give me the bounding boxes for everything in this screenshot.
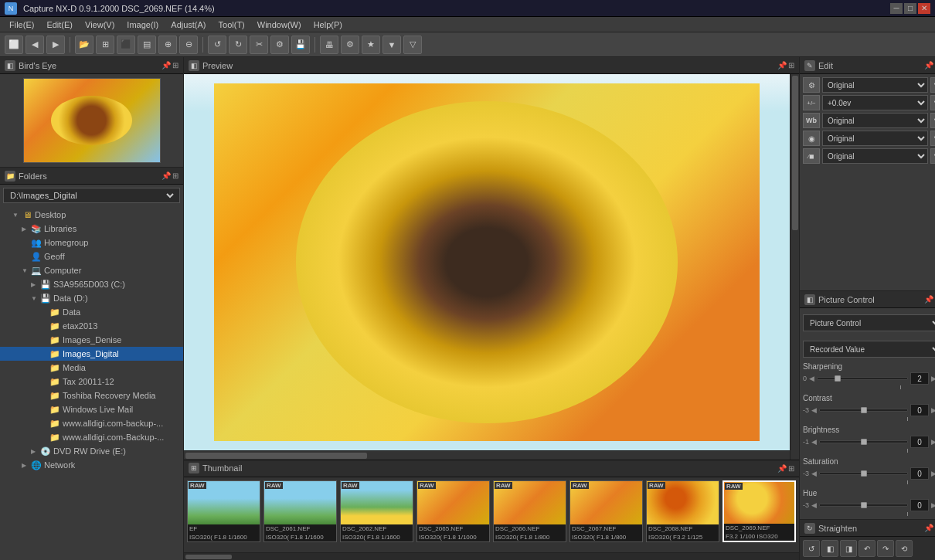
toolbar-crop[interactable]: ✂ (250, 36, 268, 54)
menu-image[interactable]: Image(I) (121, 19, 165, 31)
straighten-btn3[interactable]: ↶ (858, 540, 876, 557)
toolbar-star[interactable]: ★ (362, 36, 380, 54)
toolbar-zoom-in[interactable]: ⊕ (158, 36, 177, 54)
preview-content[interactable] (184, 74, 799, 460)
edit-pin[interactable]: 📌 (924, 61, 933, 70)
straighten-btn1[interactable]: ◧ (821, 540, 838, 557)
tree-item-toshiba[interactable]: 📁 Toshiba Recovery Media (0, 389, 183, 402)
tree-item-www1[interactable]: 📁 www.alldigi.com-backup-... (0, 416, 183, 430)
birds-eye-pin[interactable]: 📌 (162, 61, 171, 70)
folders-expand[interactable]: ⊞ (172, 171, 178, 180)
thumb-item-0[interactable]: RAW EF ISO320( F1.8 1/1600 (187, 480, 260, 542)
tone-arrow[interactable]: ▼ (930, 148, 935, 164)
brightness-thumb[interactable] (861, 439, 867, 445)
recorded-value-dropdown[interactable]: Recorded Value (803, 341, 935, 358)
saturation-left-arrow[interactable]: ◀ (811, 470, 817, 477)
toolbar-print[interactable]: 🖶 (320, 36, 338, 54)
toolbar-compare[interactable]: ▤ (138, 36, 156, 54)
thumbnail-scroll-thumb[interactable] (185, 555, 232, 559)
hue-track[interactable] (819, 504, 908, 507)
toolbar-zoom-out[interactable]: ⊖ (179, 36, 198, 54)
contrast-right-arrow[interactable]: ▶ (931, 406, 935, 414)
toolbar-filter2[interactable]: ▽ (403, 36, 422, 54)
thumb-item-5[interactable]: RAW DSC_2067.NEF ISO320( F1.8 1/800 (570, 480, 643, 542)
tree-item-geoff[interactable]: 👤 Geoff (0, 249, 183, 263)
exposure-arrow[interactable]: ▼ (930, 95, 935, 110)
wb-arrow[interactable]: ▼ (930, 113, 935, 128)
brightness-track[interactable] (819, 440, 908, 443)
sharpening-left-arrow[interactable]: ◀ (809, 375, 814, 382)
birds-eye-expand[interactable]: ⊞ (172, 61, 178, 70)
sharpening-right-arrow[interactable]: ▶ (931, 375, 935, 382)
toolbar-settings[interactable]: ⚙ (341, 36, 359, 54)
thumb-item-7[interactable]: RAW DSC_2069.NEF F3.2 1/100 ISO320 (722, 480, 796, 542)
straighten-reset[interactable]: ↺ (803, 540, 820, 557)
folder-path-dropdown[interactable]: D:\Images_Digital (7, 190, 176, 201)
folders-pin[interactable]: 📌 (162, 171, 171, 180)
preview-scrollbar-horizontal[interactable] (184, 450, 790, 460)
straighten-pin[interactable]: 📌 (924, 524, 933, 532)
menu-view[interactable]: View(V) (79, 19, 121, 31)
preview-scroll-thumb-h[interactable] (185, 453, 367, 459)
preview-scroll-thumb-v[interactable] (792, 76, 798, 230)
toolbar-rotate-l[interactable]: ↺ (208, 36, 226, 54)
minimize-button[interactable]: ─ (890, 3, 903, 14)
thumb-item-6[interactable]: RAW DSC_2068.NEF ISO320( F3.2 1/125 (646, 480, 719, 542)
preview-pin[interactable]: 📌 (777, 61, 787, 70)
pc-dropdown[interactable]: Picture Control (803, 314, 935, 331)
wb-select[interactable]: Original (822, 113, 928, 128)
toolbar-grid[interactable]: ⊞ (96, 36, 114, 54)
tree-item-cdrive[interactable]: ▶ 💾 S3A9565D003 (C:) (0, 277, 183, 291)
menu-file[interactable]: File(E) (3, 19, 40, 31)
pc-pin[interactable]: 📌 (924, 295, 933, 304)
toolbar-rotate-r[interactable]: ↻ (229, 36, 247, 54)
close-button[interactable]: ✕ (918, 3, 930, 14)
settings-select[interactable]: Original (822, 77, 928, 93)
tree-item-libraries[interactable]: ▶ 📚 Libraries (0, 222, 183, 236)
tone-select[interactable]: Original (822, 148, 928, 164)
sharpening-thumb[interactable] (835, 375, 841, 382)
saturation-right-arrow[interactable]: ▶ (931, 470, 935, 477)
tree-item-media[interactable]: 📁 Media (0, 361, 183, 375)
color-select[interactable]: Original (822, 131, 928, 146)
tree-item-images-digital[interactable]: 📁 Images_Digital (0, 347, 183, 361)
sharpening-track[interactable] (817, 377, 908, 380)
toolbar-btn-fwd[interactable]: ▶ (46, 36, 65, 54)
contrast-thumb[interactable] (861, 407, 867, 413)
maximize-button[interactable]: □ (904, 3, 916, 14)
tree-item-computer[interactable]: ▼ 💻 Computer (0, 263, 183, 277)
thumb-item-2[interactable]: RAW DSC_2062.NEF ISO320( F1.8 1/1600 (340, 480, 413, 542)
toolbar-btn-open[interactable]: 📂 (75, 36, 94, 54)
brightness-left-arrow[interactable]: ◀ (811, 438, 817, 446)
thumb-item-3[interactable]: RAW DSC_2065.NEF ISO320( F1.8 1/1000 (416, 480, 490, 542)
thumbnail-scrollbar[interactable] (184, 552, 799, 560)
tree-item-www2[interactable]: 📁 www.alldigi.com-Backup-... (0, 430, 183, 444)
menu-tool[interactable]: Tool(T) (212, 19, 251, 31)
brightness-right-arrow[interactable]: ▶ (931, 438, 935, 446)
thumb-item-4[interactable]: RAW DSC_2066.NEF ISO320( F1.8 1/800 (493, 480, 566, 542)
menu-edit[interactable]: Edit(E) (40, 19, 79, 31)
toolbar-btn-back[interactable]: ◀ (26, 36, 44, 54)
menu-adjust[interactable]: Adjust(A) (165, 19, 212, 31)
contrast-track[interactable] (819, 409, 908, 412)
saturation-thumb[interactable] (861, 470, 867, 477)
toolbar-save[interactable]: 💾 (291, 36, 310, 54)
tree-item-etax[interactable]: 📁 etax2013 (0, 319, 183, 333)
tree-item-data[interactable]: 📁 Data (0, 305, 183, 319)
tree-item-windows-mail[interactable]: 📁 Windows Live Mail (0, 402, 183, 416)
thumbnail-pin[interactable]: 📌 (777, 464, 787, 473)
preview-expand[interactable]: ⊞ (788, 61, 794, 70)
toolbar-filter[interactable]: ▼ (382, 36, 401, 54)
saturation-track[interactable] (819, 472, 908, 475)
straighten-btn5[interactable]: ⟲ (896, 540, 913, 557)
thumbnail-expand[interactable]: ⊞ (788, 464, 794, 473)
tree-item-tax[interactable]: 📁 Tax 20011-12 (0, 375, 183, 389)
tree-item-homegroup[interactable]: 👥 Homegroup (0, 236, 183, 249)
toolbar-process[interactable]: ⚙ (270, 36, 289, 54)
tree-item-images-denise[interactable]: 📁 Images_Denise (0, 333, 183, 347)
menu-help[interactable]: Help(P) (308, 19, 348, 31)
straighten-btn2[interactable]: ◨ (840, 540, 857, 557)
straighten-btn4[interactable]: ↷ (877, 540, 894, 557)
color-arrow[interactable]: ▼ (930, 131, 935, 146)
toolbar-btn-1[interactable]: ⬜ (5, 36, 23, 54)
